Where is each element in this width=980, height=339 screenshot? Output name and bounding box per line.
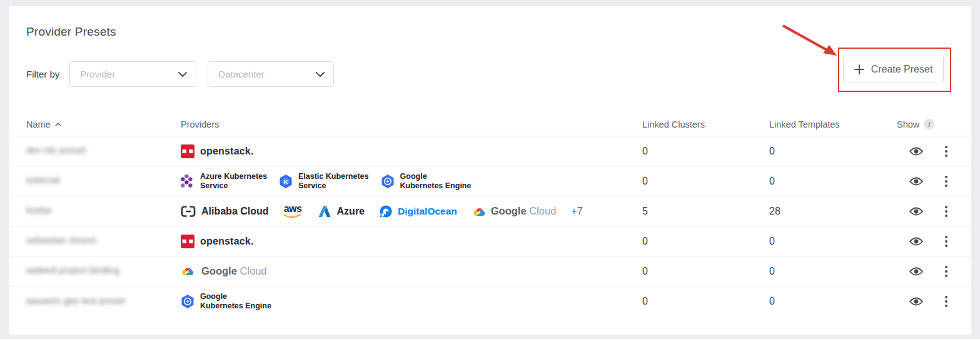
table-row: waseem gke test preset GoogleKubernetes … <box>9 286 971 316</box>
column-header-linked-templates: Linked Templates <box>769 119 897 129</box>
show-preset-button[interactable] <box>897 237 936 246</box>
linked-clusters-value: 0 <box>642 176 769 187</box>
preset-name-blurred: sebastian rimovs <box>26 235 97 245</box>
datacenter-filter-select[interactable]: Datacenter <box>208 61 334 87</box>
row-menu-button[interactable] <box>936 146 956 157</box>
show-preset-button[interactable] <box>897 297 936 306</box>
provider-filter-select[interactable]: Provider <box>69 61 196 87</box>
azure-icon <box>317 205 331 218</box>
provider-openstack: openstack. <box>181 235 254 248</box>
eye-icon <box>909 267 923 276</box>
eye-icon <box>909 237 923 246</box>
eye-icon <box>909 177 923 186</box>
provider-google-kubernetes-engine: GoogleKubernetes Engine <box>181 292 271 311</box>
table-row: kosba Alibaba Cloud aws Azure DigitalOce… <box>9 196 971 226</box>
table-row: dev rdc preset openstack. 0 0 <box>9 136 971 166</box>
show-preset-button[interactable] <box>897 207 936 216</box>
filter-by-label: Filter by <box>26 69 59 79</box>
eks-icon <box>279 175 293 188</box>
linked-clusters-value: 5 <box>642 206 769 217</box>
row-menu-button[interactable] <box>936 206 956 217</box>
filter-bar: Filter by Provider Datacenter <box>26 61 971 87</box>
preset-name-blurred: waseem gke test preset <box>26 295 125 306</box>
kebab-menu-icon <box>945 176 947 187</box>
preset-name-blurred: kosba <box>26 205 51 215</box>
eye-icon <box>909 147 923 156</box>
row-menu-button[interactable] <box>936 266 956 277</box>
row-menu-button[interactable] <box>936 176 956 187</box>
create-preset-button[interactable]: Create Preset <box>843 56 944 83</box>
preset-name-blurred: waleed project binding <box>26 265 119 275</box>
provider-presets-card: Provider Presets Filter by Provider Data… <box>9 6 971 335</box>
kebab-menu-icon <box>945 146 947 157</box>
chevron-down-icon <box>178 72 187 77</box>
show-preset-button[interactable] <box>897 177 936 186</box>
column-header-linked-clusters: Linked Clusters <box>642 119 769 129</box>
table-header-row: Name Providers Linked Clusters Linked Te… <box>9 113 971 136</box>
row-menu-button[interactable] <box>936 236 956 247</box>
provider-digitalocean: DigitalOcean <box>380 205 457 218</box>
column-header-providers: Providers <box>181 119 642 129</box>
linked-clusters-value: 0 <box>642 236 769 247</box>
aws-swoosh-icon <box>284 214 302 219</box>
provider-google-kubernetes-engine: GoogleKubernetes Engine <box>381 172 472 191</box>
preset-name-blurred: external <box>26 175 59 185</box>
show-preset-button[interactable] <box>897 267 936 276</box>
preset-name-blurred: dev rdc preset <box>26 144 86 155</box>
column-header-name[interactable]: Name <box>26 119 181 129</box>
eye-icon <box>909 207 923 216</box>
kebab-menu-icon <box>945 266 947 277</box>
google-cloud-icon <box>472 206 485 217</box>
kebab-menu-icon <box>945 296 947 307</box>
provider-elastic-kubernetes-service: Elastic KubernetesService <box>279 172 369 191</box>
linked-templates-value: 0 <box>769 176 897 187</box>
page-title: Provider Presets <box>26 25 971 39</box>
openstack-icon <box>181 235 194 248</box>
aws-logo-text: aws <box>284 204 302 214</box>
linked-templates-value: 0 <box>769 146 897 157</box>
aks-icon <box>181 175 194 188</box>
provider-filter-placeholder: Provider <box>80 69 115 79</box>
row-menu-button[interactable] <box>936 296 956 307</box>
table-row: sebastian rimovs openstack. 0 0 <box>9 226 971 256</box>
linked-templates-value: 0 <box>769 236 897 247</box>
gke-icon <box>381 175 395 188</box>
show-preset-button[interactable] <box>897 147 936 156</box>
table-row: external Azure KubernetesService Elastic… <box>9 166 971 196</box>
alibaba-cloud-icon <box>181 205 196 218</box>
provider-azure: Azure <box>317 205 365 218</box>
linked-clusters-value: 0 <box>642 146 769 157</box>
kebab-menu-icon <box>945 236 947 247</box>
linked-templates-value: 0 <box>769 266 897 277</box>
plus-icon <box>854 64 864 74</box>
datacenter-filter-placeholder: Datacenter <box>218 69 264 79</box>
provider-google-cloud: Google Cloud <box>181 265 267 278</box>
info-icon[interactable]: i <box>924 119 934 129</box>
linked-templates-value: 0 <box>769 296 897 307</box>
table-row: waleed project binding Google Cloud 0 0 <box>9 256 971 286</box>
sort-ascending-icon <box>55 123 61 126</box>
gke-icon <box>181 295 194 308</box>
kebab-menu-icon <box>945 206 947 217</box>
linked-clusters-value: 0 <box>642 296 769 307</box>
chevron-down-icon <box>316 72 325 77</box>
provider-google-cloud: Google Cloud <box>472 205 557 217</box>
provider-azure-kubernetes-service: Azure KubernetesService <box>181 172 267 191</box>
provider-openstack: openstack. <box>181 144 254 158</box>
google-cloud-icon <box>181 265 196 278</box>
more-providers-count: +7 <box>571 206 582 217</box>
linked-clusters-value: 0 <box>642 266 769 277</box>
openstack-icon <box>181 144 194 158</box>
digitalocean-icon <box>380 205 392 218</box>
provider-aws: aws <box>284 204 302 219</box>
column-header-show: Show i <box>897 119 936 129</box>
linked-templates-value: 28 <box>769 206 897 217</box>
presets-table: Name Providers Linked Clusters Linked Te… <box>9 113 971 316</box>
provider-alibaba-cloud: Alibaba Cloud <box>181 205 269 218</box>
eye-icon <box>909 297 923 306</box>
